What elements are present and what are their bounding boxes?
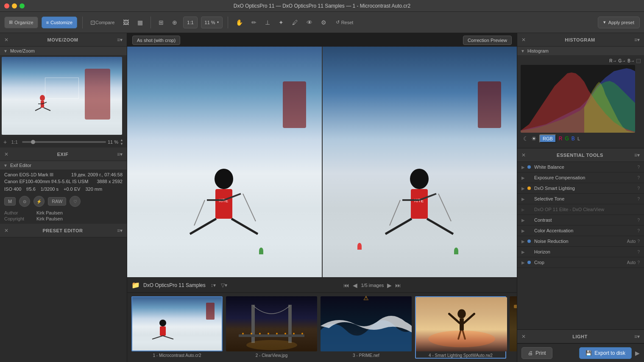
hor-question[interactable]: ? (637, 250, 640, 254)
tool-white-balance[interactable]: ▶ White Balance ? (517, 162, 644, 173)
film-next-button[interactable]: ▶ (387, 282, 392, 289)
film-last-button[interactable]: ⏭ (395, 282, 401, 289)
channel-g-label[interactable]: G (565, 136, 569, 142)
film-item-5[interactable]: 5 - Smart Lighting Uniform.cr2 (510, 296, 517, 359)
light-close[interactable]: ✕ (521, 334, 526, 340)
reset-button[interactable]: ↺ Reset (332, 18, 357, 27)
zoom-slider[interactable] (22, 141, 106, 143)
light-menu[interactable]: ≡▾ (634, 334, 640, 340)
preset-editor-close[interactable]: ✕ (4, 228, 8, 234)
wb-question[interactable]: ? (637, 165, 640, 170)
hist-color-box[interactable] (636, 59, 641, 63)
exp-question[interactable]: ? (637, 175, 640, 180)
exif-close[interactable]: ✕ (4, 151, 8, 157)
grid-icon: ▦ (137, 19, 143, 26)
apply-preset-button[interactable]: ▾ Apply preset (598, 17, 640, 28)
settings-button[interactable]: ⚙ (318, 17, 329, 28)
histogram-section[interactable]: ▼ Histogram (517, 47, 644, 55)
exif-star-btn[interactable]: ♡ (70, 196, 81, 207)
tool-noise-reduction[interactable]: ▶ Noise Reduction Auto ? (517, 236, 644, 247)
exif-flash-btn[interactable]: ⚡ (33, 196, 45, 207)
zoom-plus-icon[interactable]: + (3, 139, 7, 145)
preset-editor-menu[interactable]: ≡▾ (117, 228, 123, 234)
film-first-button[interactable]: ⏮ (343, 282, 349, 289)
stamp-button[interactable]: ✦ (276, 17, 286, 28)
hand-tool-button[interactable]: ✋ (233, 17, 245, 28)
film-prev-button[interactable]: ◀ (353, 282, 357, 289)
tool-crop[interactable]: ▶ Crop Auto ? (517, 257, 644, 268)
tool-color-accentuation[interactable]: ▶ Color Accentuation ? (517, 226, 644, 236)
tools-menu[interactable]: ≡▾ (634, 152, 640, 158)
channel-b-label[interactable]: B (572, 136, 575, 142)
histogram-panel: ✕ HISTOGRAM ≡▾ ▼ Histogram R→ G→ B→ (517, 33, 644, 148)
eye-button[interactable]: 👁 (304, 17, 315, 28)
customize-button[interactable]: ≡ Customize (42, 17, 77, 28)
histogram-close[interactable]: ✕ (521, 37, 526, 43)
crop-button[interactable]: ⊞ (156, 17, 166, 28)
film-thumb-2[interactable] (226, 296, 317, 351)
edit-button[interactable]: ✏ (249, 17, 259, 28)
straighten-button[interactable]: ⊥ (262, 17, 273, 28)
film-item-2[interactable]: 2 - ClearView.jpg (226, 296, 317, 359)
window-controls[interactable] (4, 3, 25, 8)
shot-label-button[interactable]: As shot (with crop) (132, 36, 180, 45)
con-question[interactable]: ? (637, 218, 640, 223)
sort-button[interactable]: ↕▾ (209, 281, 217, 289)
action-expand-icon[interactable]: ▶ (635, 350, 640, 356)
minimize-button[interactable] (12, 3, 17, 8)
filter-button[interactable]: ▽▾ (219, 281, 229, 289)
moon-icon[interactable]: ☾ (523, 135, 529, 142)
preview-image[interactable] (2, 57, 122, 135)
right-ski-scene[interactable]: KITE (323, 47, 517, 277)
zoom-down-icon[interactable]: ▼ (120, 142, 123, 146)
move-zoom-menu[interactable]: ≡▾ (117, 37, 123, 43)
film-item-3[interactable]: ⚠ 3 - PRIME.nef (321, 296, 412, 359)
export-button[interactable]: 💾 Export to disk (579, 347, 632, 359)
pen-button[interactable]: 🖊 (290, 17, 301, 28)
channel-rgb-button[interactable]: RGB (539, 134, 556, 143)
tool-exposure[interactable]: ▶ Exposure Compensation ? (517, 173, 644, 183)
nr-question[interactable]: ? (637, 239, 640, 244)
film-thumb-3[interactable] (321, 296, 412, 351)
channel-l-label[interactable]: L (577, 136, 580, 141)
viewport-indicator[interactable] (45, 78, 79, 99)
organize-button[interactable]: ⊞ Organize (4, 17, 38, 28)
ca-question[interactable]: ? (637, 228, 640, 233)
film-item-1[interactable]: 1 - Microcontrast Auto.cr2 (131, 296, 223, 359)
tool-horizon[interactable]: ▶ Horizon ? (517, 247, 644, 257)
sun-icon[interactable]: ☀ (531, 135, 537, 142)
zoom-up-icon[interactable]: ▲ (120, 138, 123, 142)
move-zoom-close[interactable]: ✕ (4, 37, 8, 43)
channel-r-label[interactable]: R (559, 136, 563, 142)
film-thumb-4[interactable] (416, 297, 507, 351)
histogram-menu[interactable]: ≡▾ (634, 37, 640, 43)
close-button[interactable] (4, 3, 9, 8)
tool-smart-lighting[interactable]: ▶ DxO Smart Lighting ? (517, 183, 644, 194)
exif-mode-btn[interactable]: M (4, 197, 16, 206)
zoom-fit-button[interactable]: ⊕ (170, 17, 180, 28)
grid-view-button[interactable]: ▦ (135, 17, 145, 28)
exif-section[interactable]: ▼ Exif Editor (0, 161, 127, 170)
move-zoom-section[interactable]: ▼ Move/Zoom (0, 47, 127, 55)
tool-selective-tone[interactable]: ▶ Selective Tone ? (517, 194, 644, 204)
film-item-4[interactable]: 4 - Smart Lighting SpotWAuto.rw2 (415, 296, 506, 359)
crop-question[interactable]: ? (637, 260, 640, 265)
exif-menu[interactable]: ≡▾ (117, 151, 123, 157)
zoom-chevron-icon[interactable]: ▾ (217, 20, 219, 24)
image-view-button[interactable]: 🖼 (120, 17, 131, 28)
st-question[interactable]: ? (637, 197, 640, 201)
exif-raw-btn[interactable]: RAW (48, 197, 66, 206)
correction-preview-button[interactable]: Correction Preview (463, 36, 512, 45)
tool-contrast[interactable]: ▶ Contrast ? (517, 215, 644, 226)
left-ski-scene[interactable]: KITE (127, 47, 322, 277)
print-button[interactable]: 🖨 Print (521, 347, 552, 359)
film-thumb-5[interactable] (510, 296, 517, 351)
tools-close[interactable]: ✕ (521, 152, 526, 158)
film-thumb-1[interactable] (131, 296, 223, 351)
tool-clearview[interactable]: ▶ DxO OP 11 Elite - DxO ClearView (517, 204, 644, 215)
zoom-stepper[interactable]: ▲ ▼ (120, 138, 123, 146)
compare-button[interactable]: ⊡ Compare (88, 17, 117, 28)
maximize-button[interactable] (20, 3, 25, 8)
exif-scene-btn[interactable]: ⊙ (19, 196, 30, 207)
sl-question[interactable]: ? (637, 186, 640, 191)
